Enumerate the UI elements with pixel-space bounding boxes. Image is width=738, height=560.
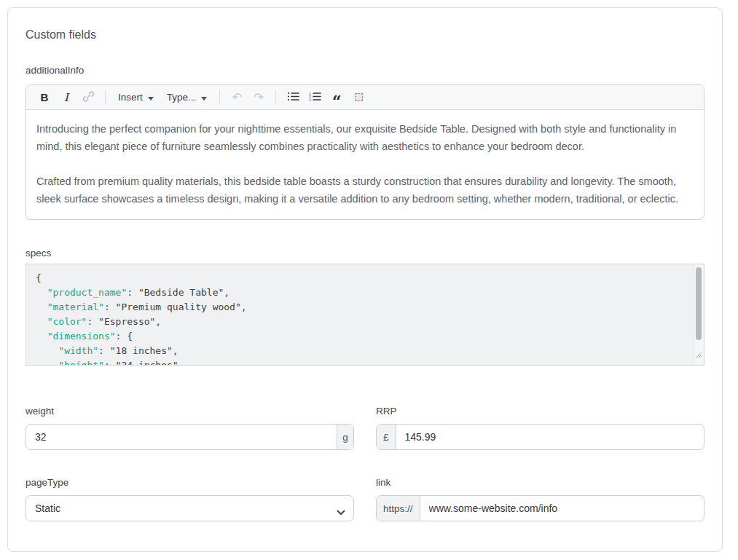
type-dropdown-label: Type... — [167, 92, 197, 103]
link-label: link — [376, 476, 704, 489]
page-type-field-group: pageType Static — [25, 476, 354, 521]
weight-field-group: weight g — [25, 405, 354, 450]
protocol-addon: https:// — [377, 496, 420, 521]
scrollbar-track[interactable] — [694, 265, 703, 364]
italic-icon: I — [64, 91, 68, 104]
blockquote-button[interactable]: “ — [328, 88, 345, 107]
dashed-square-icon — [355, 93, 363, 101]
link-input-group: https:// — [376, 495, 704, 521]
fields-grid: weight g RRP £ pageType Static — [25, 405, 704, 521]
undo-icon: ↶ — [232, 92, 242, 103]
link-button[interactable] — [79, 88, 97, 107]
italic-button[interactable]: I — [58, 88, 75, 107]
weight-input-group: g — [25, 424, 354, 450]
custom-fields-card: Custom fields additionalInfo B I — [7, 7, 723, 552]
bold-icon: B — [41, 91, 49, 103]
insert-dropdown-label: Insert — [118, 92, 143, 103]
rrp-label: RRP — [376, 405, 704, 417]
bullet-list-icon — [287, 91, 299, 104]
specs-code-editor[interactable]: { "product_name": "Bedside Table", "mate… — [25, 264, 704, 366]
specs-code: { "product_name": "Bedside Table", "mate… — [36, 271, 685, 366]
editor-paragraph: Crafted from premium quality materials, … — [36, 173, 694, 208]
bullet-list-button[interactable] — [284, 88, 302, 107]
rich-text-editor: B I Insert — [25, 84, 704, 220]
chevron-down-icon — [148, 92, 154, 103]
editor-content-area[interactable]: Introducing the perfect companion for yo… — [26, 110, 704, 219]
link-icon — [82, 90, 95, 105]
numbered-list-button[interactable]: 1 2 3 — [306, 88, 323, 107]
page-type-select[interactable]: Static — [25, 495, 354, 521]
page-type-label: pageType — [25, 476, 354, 489]
specs-label: specs — [25, 247, 704, 259]
insert-dropdown[interactable]: Insert — [114, 88, 158, 107]
scrollbar-thumb[interactable] — [696, 267, 702, 340]
bold-button[interactable]: B — [36, 88, 53, 107]
toolbar-divider — [105, 90, 106, 105]
weight-unit-addon: g — [337, 425, 353, 449]
dashed-square-button[interactable] — [350, 88, 367, 107]
redo-icon: ↷ — [254, 92, 264, 103]
toolbar-divider — [219, 90, 220, 105]
weight-input[interactable] — [26, 425, 337, 449]
rrp-input[interactable] — [396, 425, 704, 449]
page-type-select-wrap: Static — [25, 495, 354, 521]
chevron-down-icon — [201, 92, 207, 103]
type-dropdown[interactable]: Type... — [162, 88, 212, 107]
currency-addon: £ — [377, 425, 396, 449]
link-input[interactable] — [420, 496, 704, 521]
editor-toolbar: B I Insert — [26, 85, 704, 110]
link-field-group: link https:// — [376, 476, 704, 521]
rrp-input-group: £ — [376, 424, 704, 450]
editor-paragraph: Introducing the perfect companion for yo… — [36, 120, 694, 155]
undo-button[interactable]: ↶ — [228, 88, 246, 107]
blockquote-icon: “ — [332, 98, 342, 104]
weight-label: weight — [25, 405, 354, 417]
additional-info-label: additionalInfo — [25, 64, 704, 77]
numbered-list-icon: 1 2 3 — [309, 91, 321, 104]
redo-button[interactable]: ↷ — [250, 88, 267, 107]
card-title: Custom fields — [25, 27, 704, 43]
resize-grip-icon[interactable] — [695, 348, 702, 363]
toolbar-divider — [275, 90, 276, 105]
rrp-field-group: RRP £ — [376, 405, 704, 450]
svg-text:3: 3 — [309, 98, 311, 101]
